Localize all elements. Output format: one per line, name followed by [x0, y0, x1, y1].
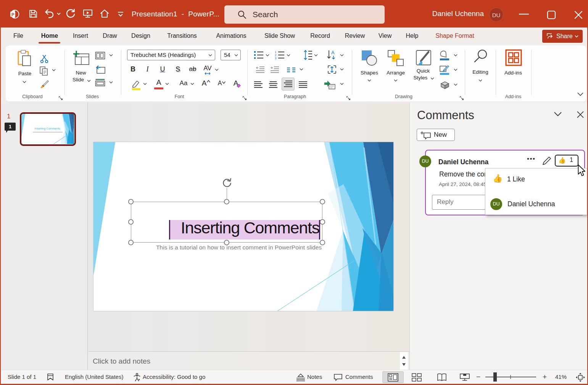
svg-text:P: P — [11, 12, 14, 17]
svg-text:3: 3 — [275, 57, 277, 60]
svg-text:A: A — [331, 50, 335, 55]
